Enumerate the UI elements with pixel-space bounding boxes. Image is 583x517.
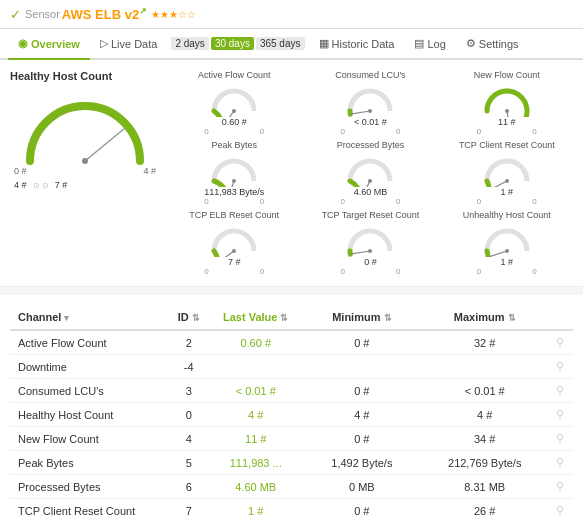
cell-min-5: 1,492 Byte/s: [300, 451, 423, 475]
cell-id-6: 6: [166, 475, 211, 499]
cell-link-1[interactable]: ⚲: [546, 355, 573, 379]
cell-last-4: 11 #: [211, 427, 300, 451]
tab-log[interactable]: ▤ Log: [404, 29, 455, 60]
sort-min-icon: ⇅: [384, 313, 392, 323]
cell-channel-0: Active Flow Count: [10, 330, 166, 355]
small-gauge-minmax-1: 00: [340, 127, 400, 136]
cell-last-2: < 0.01 #: [211, 379, 300, 403]
table-row: Peak Bytes 5 111,983 ... 1,492 Byte/s 21…: [10, 451, 573, 475]
data-table: Channel ▾ ID ⇅ Last Value ⇅ Minimum ⇅ Ma…: [10, 305, 573, 517]
cell-min-1: [300, 355, 423, 379]
table-row: Downtime -4 ⚲: [10, 355, 573, 379]
cell-min-6: 0 MB: [300, 475, 423, 499]
small-gauge-label-3: Peak Bytes: [211, 140, 257, 150]
tab-historic[interactable]: ▦ Historic Data: [309, 29, 405, 60]
cell-channel-5: Peak Bytes: [10, 451, 166, 475]
cell-id-4: 4: [166, 427, 211, 451]
table-section: Channel ▾ ID ⇅ Last Value ⇅ Minimum ⇅ Ma…: [0, 295, 583, 517]
small-gauge-label-1: Consumed LCU's: [335, 70, 405, 80]
col-header-max[interactable]: Maximum ⇅: [423, 305, 546, 330]
cell-id-5: 5: [166, 451, 211, 475]
cell-link-3[interactable]: ⚲: [546, 403, 573, 427]
cell-min-0: 0 #: [300, 330, 423, 355]
tab-2days[interactable]: 2 days: [171, 37, 208, 50]
small-gauge-value-4: 4.60 MB: [354, 187, 388, 197]
small-gauge-label-5: TCP Client Reset Count: [459, 140, 555, 150]
cell-link-0[interactable]: ⚲: [546, 330, 573, 355]
tab-bar: ◉ Overview ▷ Live Data 2 days 30 days 36…: [0, 29, 583, 60]
tab-settings-label: Settings: [479, 38, 519, 50]
small-gauge-label-4: Processed Bytes: [337, 140, 405, 150]
svg-point-11: [368, 179, 372, 183]
small-gauge-svg-3: [204, 151, 264, 187]
small-gauge-7: TCP Target Reset Count 0 # 00: [304, 210, 436, 276]
tab-settings[interactable]: ⚙ Settings: [456, 29, 529, 60]
cell-max-7: 26 #: [423, 499, 546, 517]
small-gauge-svg-7: [340, 221, 400, 257]
cell-id-3: 0: [166, 403, 211, 427]
gauges-section: Healthy Host Count 0 # 4 # 4 # ⊙ ⊙ 7 # A…: [0, 60, 583, 287]
cell-link-4[interactable]: ⚲: [546, 427, 573, 451]
small-gauge-svg-5: [477, 151, 537, 187]
big-gauge-footer: 4 # ⊙ ⊙ 7 #: [10, 180, 160, 190]
link-icon-5[interactable]: ⚲: [556, 456, 564, 468]
cell-max-3: 4 #: [423, 403, 546, 427]
col-header-link: [546, 305, 573, 330]
small-gauge-0: Active Flow Count 0.60 # 00: [168, 70, 300, 136]
tab-365days[interactable]: 365 days: [256, 37, 305, 50]
col-header-last[interactable]: Last Value ⇅: [211, 305, 300, 330]
svg-point-7: [505, 109, 509, 113]
cell-last-7: 1 #: [211, 499, 300, 517]
small-gauge-value-1: < 0.01 #: [354, 117, 387, 127]
table-header-row: Channel ▾ ID ⇅ Last Value ⇅ Minimum ⇅ Ma…: [10, 305, 573, 330]
small-gauge-8: Unhealthy Host Count 1 # 00: [441, 210, 573, 276]
svg-point-1: [82, 158, 88, 164]
link-icon-3[interactable]: ⚲: [556, 408, 564, 420]
cell-max-0: 32 #: [423, 330, 546, 355]
cell-link-6[interactable]: ⚲: [546, 475, 573, 499]
link-icon-2[interactable]: ⚲: [556, 384, 564, 396]
table-row: New Flow Count 4 11 # 0 # 34 # ⚲: [10, 427, 573, 451]
link-icon-0[interactable]: ⚲: [556, 336, 564, 348]
cell-channel-4: New Flow Count: [10, 427, 166, 451]
small-gauge-label-7: TCP Target Reset Count: [322, 210, 420, 220]
cell-id-1: -4: [166, 355, 211, 379]
tab-live-data[interactable]: ▷ Live Data: [90, 29, 167, 60]
check-icon: ✓: [10, 7, 21, 22]
livedata-icon: ▷: [100, 37, 108, 50]
header: ✓ Sensor AWS ELB v2↗ ★★★☆☆: [0, 0, 583, 29]
cell-min-2: 0 #: [300, 379, 423, 403]
link-icon-4[interactable]: ⚲: [556, 432, 564, 444]
cell-id-7: 7: [166, 499, 211, 517]
table-row: Healthy Host Count 0 4 # 4 # 4 # ⚲: [10, 403, 573, 427]
link-icon-6[interactable]: ⚲: [556, 480, 564, 492]
small-gauge-label-6: TCP ELB Reset Count: [189, 210, 279, 220]
small-gauge-minmax-7: 00: [340, 267, 400, 276]
small-gauge-svg-0: [204, 81, 264, 117]
col-header-min[interactable]: Minimum ⇅: [300, 305, 423, 330]
small-gauge-label-2: New Flow Count: [474, 70, 540, 80]
big-gauge-current: 4 #: [14, 180, 27, 190]
cell-min-4: 0 #: [300, 427, 423, 451]
cell-link-7[interactable]: ⚲: [546, 499, 573, 517]
link-icon-1[interactable]: ⚲: [556, 360, 564, 372]
tab-historic-label: Historic Data: [332, 38, 395, 50]
col-header-id[interactable]: ID ⇅: [166, 305, 211, 330]
small-gauge-minmax-2: 00: [477, 127, 537, 136]
sort-channel-icon: ▾: [64, 313, 69, 323]
table-row: Processed Bytes 6 4.60 MB 0 MB 8.31 MB ⚲: [10, 475, 573, 499]
small-gauge-value-0: 0.60 #: [222, 117, 247, 127]
cell-min-3: 4 #: [300, 403, 423, 427]
tab-overview[interactable]: ◉ Overview: [8, 29, 90, 60]
svg-line-0: [85, 128, 125, 161]
link-icon-7[interactable]: ⚲: [556, 504, 564, 516]
svg-point-13: [505, 179, 509, 183]
cell-max-5: 212,769 Byte/s: [423, 451, 546, 475]
cell-link-5[interactable]: ⚲: [546, 451, 573, 475]
tab-30days[interactable]: 30 days: [211, 37, 254, 50]
tab-livedata-label: Live Data: [111, 38, 157, 50]
cell-last-5: 111,983 ...: [211, 451, 300, 475]
small-gauge-label-8: Unhealthy Host Count: [463, 210, 551, 220]
cell-link-2[interactable]: ⚲: [546, 379, 573, 403]
col-header-channel[interactable]: Channel ▾: [10, 305, 166, 330]
